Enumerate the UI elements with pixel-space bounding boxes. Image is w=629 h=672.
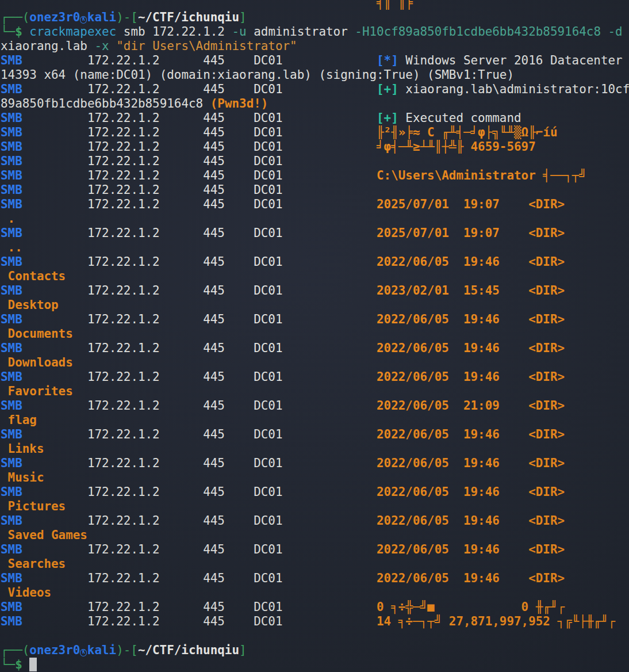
text-segment: 2022/06/05 19:46 <DIR>: [377, 485, 565, 499]
terminal-line: 89a850fb1cdbe6bb432b859164c8 (Pwn3d!): [1, 97, 629, 111]
text-segment: administrator: [247, 25, 355, 39]
terminal-line: Music: [1, 471, 629, 485]
terminal-line: SMB 172.22.1.2 445 DC01 [+] xiaorang.lab…: [1, 82, 629, 97]
command-line: └─$ crackmapexec smb 172.22.1.2 -u admin…: [1, 25, 629, 39]
text-segment: )-[: [116, 10, 138, 24]
protocol-label: SMB: [1, 514, 22, 528]
protocol-label: SMB: [1, 154, 22, 168]
text-segment: 2023/02/01 15:45 <DIR>: [377, 284, 565, 297]
text-segment: 2022/06/05 19:46 <DIR>: [377, 370, 565, 384]
terminal-line: SMB 172.22.1.2 445 DC01 2022/06/05 19:46…: [1, 312, 629, 327]
protocol-label: SMB: [1, 312, 22, 326]
text-segment: "dir Users\Administrator": [116, 39, 297, 53]
terminal-line: Searches: [1, 557, 629, 571]
text-segment: -x: [95, 39, 109, 53]
text-segment: crackmapexec: [29, 25, 116, 39]
text-segment: smb 172.22.1.2: [116, 25, 232, 39]
terminal-line: ..: [1, 240, 629, 255]
protocol-label: SMB: [1, 82, 22, 96]
terminal-line: SMB 172.22.1.2 445 DC01 2022/06/05 19:46…: [1, 543, 629, 557]
kali-circled-k-icon: K: [80, 16, 87, 24]
terminal-line: SMB 172.22.1.2 445 DC01 2022/06/05 19:46…: [1, 514, 629, 528]
text-segment: Contacts: [1, 269, 66, 283]
text-segment: 172.22.1.2 445 DC01: [22, 370, 377, 384]
text-segment: 172.22.1.2 445 DC01: [22, 571, 377, 585]
text-segment: -H10cf89a850fb1cdbe6bb432b859164c8: [355, 25, 601, 39]
terminal-line: Documents: [1, 327, 629, 341]
text-segment: .: [1, 212, 15, 226]
terminal-line: Downloads: [1, 356, 629, 370]
text-segment: Executed command: [398, 111, 521, 125]
text-segment: 172.22.1.2 445 DC01: [22, 169, 377, 182]
protocol-label: SMB: [1, 614, 22, 628]
text-segment: ~/CTF/ichunqiu: [138, 643, 239, 657]
text-segment: flag: [1, 413, 37, 427]
terminal-line: SMB 172.22.1.2 445 DC01 [+] Executed com…: [1, 111, 629, 125]
text-segment: 172.22.1.2 445 DC01: [22, 543, 377, 556]
text-segment: Pictures: [1, 499, 66, 513]
terminal-line: SMB 172.22.1.2 445 DC01 2022/06/05 19:46…: [1, 370, 629, 384]
terminal-line: Saved Games: [1, 528, 629, 543]
text-segment: 14 ╕÷─┐┬╝ 27,871,997,952 ┐╔╙├╫╓╜┌: [377, 614, 615, 628]
text-segment: 2025/07/01 19:07 <DIR>: [377, 226, 565, 240]
terminal-screen: ╡║ ║╞┌──(onez3r0Kkali)-[~/CTF/ichunqiu]└…: [1, 0, 629, 672]
terminal-line: SMB 172.22.1.2 445 DC01 ╛φ╡─╨≥┴╨║┼╩╟ 465…: [1, 140, 629, 154]
text-segment: 2025/07/01 19:07 <DIR>: [377, 197, 565, 211]
text-segment: 172.22.1.2 445 DC01: [22, 456, 377, 470]
text-segment: -d: [608, 25, 623, 39]
text-segment: 172.22.1.2 445 DC01: [22, 427, 377, 441]
text-segment: (Pwn3d!): [210, 97, 269, 110]
terminal-line: SMB 172.22.1.2 445 DC01 2022/06/05 19:46…: [1, 255, 629, 269]
text-segment: 2022/06/05 19:46 <DIR>: [377, 571, 565, 585]
text-segment: C:\Users\Administrator ╡──┐┬╝: [377, 169, 586, 182]
text-segment: 172.22.1.2 445 DC01: [22, 514, 377, 528]
terminal-line: Videos: [1, 586, 629, 600]
terminal-line: SMB 172.22.1.2 445 DC01: [1, 183, 629, 197]
protocol-label: SMB: [1, 125, 22, 139]
terminal-line: Pictures: [1, 499, 629, 514]
terminal-line: ╡║ ║╞: [1, 0, 629, 10]
protocol-label: SMB: [1, 197, 22, 211]
text-segment: Downloads: [1, 356, 73, 369]
terminal-line: SMB 172.22.1.2 445 DC01 2025/07/01 19:07…: [1, 197, 629, 212]
text-segment: Music: [1, 471, 44, 484]
protocol-label: SMB: [1, 183, 22, 197]
text-segment: ╟²╢»╞≈ C ╓╨╡─╛φ├╗╙╨▒Ω╟⌐íú: [377, 125, 557, 139]
text-segment: 2022/06/05 19:46 <DIR>: [377, 456, 565, 470]
padding: [1, 0, 377, 10]
protocol-label: SMB: [1, 284, 22, 297]
text-segment: 2022/06/05 21:09 <DIR>: [377, 399, 565, 413]
text-segment: Favorites: [1, 384, 73, 398]
text-segment: 172.22.1.2 445 DC01: [22, 154, 377, 168]
text-segment: ..: [1, 240, 22, 254]
text-segment: ]: [239, 10, 247, 24]
terminal-window[interactable]: ╡║ ║╞┌──(onez3r0Kkali)-[~/CTF/ichunqiu]└…: [0, 0, 629, 672]
text-segment: $: [15, 658, 22, 671]
text-segment: Links: [1, 442, 44, 456]
text-segment: 172.22.1.2 445 DC01: [22, 54, 377, 67]
protocol-label: SMB: [1, 370, 22, 384]
text-segment: 2022/06/05 19:46 <DIR>: [377, 543, 565, 556]
text-segment: ~/CTF/ichunqiu: [138, 10, 239, 24]
text-segment: 172.22.1.2 445 DC01: [22, 284, 377, 297]
protocol-label: SMB: [1, 111, 22, 125]
text-segment: 172.22.1.2 445 DC01: [22, 111, 377, 125]
text-segment: ╡║ ║╞: [377, 0, 413, 10]
protocol-label: SMB: [1, 600, 22, 614]
text-segment: [22, 25, 30, 39]
terminal-cursor: [29, 658, 37, 671]
text-segment: onez3r0: [29, 10, 80, 24]
terminal-line: .: [1, 212, 629, 226]
text-segment: 172.22.1.2 445 DC01: [22, 125, 377, 139]
text-segment: Searches: [1, 557, 66, 571]
text-segment: ╛φ╡─╨≥┴╨║┼╩╟ 4659-5697: [377, 140, 536, 154]
terminal-line: SMB 172.22.1.2 445 DC01 2022/06/05 19:46…: [1, 427, 629, 442]
terminal-line: SMB 172.22.1.2 445 DC01 2023/02/01 15:45…: [1, 284, 629, 298]
text-segment: 89a850fb1cdbe6bb432b859164c8: [1, 97, 210, 110]
terminal-line: Links: [1, 442, 629, 456]
text-segment: 2022/06/05 19:46 <DIR>: [377, 427, 565, 441]
protocol-label: SMB: [1, 54, 22, 67]
terminal-line: SMB 172.22.1.2 445 DC01 C:\Users\Adminis…: [1, 169, 629, 183]
text-segment: 0 ╕÷╬─╝■ 0 ╫╓╜┌: [377, 600, 565, 614]
text-segment: [601, 25, 608, 39]
